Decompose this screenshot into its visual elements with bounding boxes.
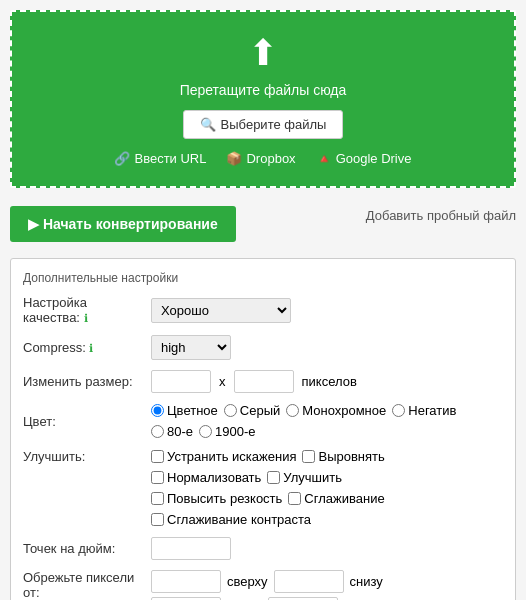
crop-row: Обрежьте пиксели от: сверху снизу слева … [23,570,503,600]
compress-label: Compress: ℹ [23,340,143,355]
resize-pixels-label: пикселов [302,374,357,389]
crop-bottom-label: снизу [350,574,383,589]
resize-row: Изменить размер: x пикселов [23,370,503,393]
add-sample-text: Добавить пробный файл [366,208,516,223]
quality-info-icon[interactable]: ℹ [84,312,88,324]
url-link[interactable]: 🔗 Ввести URL [114,151,206,166]
improve-row: Улучшить: Устранить искажения Выровнять … [23,449,503,527]
improve-align[interactable]: Выровнять [302,449,384,464]
top-toolbar: ▶ Начать конвертирование Добавить пробны… [0,198,526,250]
choose-files-button[interactable]: 🔍 Выберите файлы [183,110,344,139]
crop-top-bottom-line: сверху снизу [151,570,386,593]
google-drive-link[interactable]: 🔺 Google Drive [316,151,412,166]
color-option-mono[interactable]: Монохромное [286,403,386,418]
start-convert-button-top[interactable]: ▶ Начать конвертирование [10,206,236,242]
quality-row: Настройка качества: ℹ Хорошо Лучше Отлич… [23,295,503,325]
crop-inputs-group: сверху снизу слева справа [151,570,386,600]
search-icon: 🔍 [200,117,216,132]
crop-top-label: сверху [227,574,268,589]
upload-icon: ⬆ [32,32,494,74]
dropbox-link[interactable]: 📦 Dropbox [226,151,295,166]
quality-label: Настройка качества: ℹ [23,295,143,325]
color-option-color[interactable]: Цветное [151,403,218,418]
color-option-1900s[interactable]: 1900-е [199,424,255,439]
color-label: Цвет: [23,414,143,429]
drag-text: Перетащите файлы сюда [32,82,494,98]
resize-x-separator: x [219,374,226,389]
crop-top-input[interactable] [151,570,221,593]
color-option-negative[interactable]: Негатив [392,403,456,418]
improve-label: Улучшить: [23,449,143,464]
improve-enhance[interactable]: Улучшить [267,470,342,485]
google-drive-icon: 🔺 [316,151,332,166]
dpi-row: Точек на дюйм: [23,537,503,560]
resize-label: Изменить размер: [23,374,143,389]
improve-options-group: Устранить искажения Выровнять Нормализов… [151,449,471,527]
compress-row: Compress: ℹ high medium low [23,335,503,360]
dpi-label: Точек на дюйм: [23,541,143,556]
improve-normalize[interactable]: Нормализовать [151,470,261,485]
dropbox-icon: 📦 [226,151,242,166]
quality-select[interactable]: Хорошо Лучше Отлично [151,298,291,323]
upload-dropzone[interactable]: ⬆ Перетащите файлы сюда 🔍 Выберите файлы… [10,10,516,188]
improve-sharpen[interactable]: Повысить резкость [151,491,282,506]
additional-settings-title: Дополнительные настройки [23,271,503,285]
crop-bottom-input[interactable] [274,570,344,593]
color-options-group: Цветное Серый Монохромное Негатив 80-е 1… [151,403,503,439]
resize-height-input[interactable] [234,370,294,393]
resize-width-input[interactable] [151,370,211,393]
dpi-input[interactable] [151,537,231,560]
improve-undistort[interactable]: Устранить искажения [151,449,296,464]
color-option-80s[interactable]: 80-е [151,424,193,439]
color-row: Цвет: Цветное Серый Монохромное Негатив … [23,403,503,439]
link-icon: 🔗 [114,151,130,166]
improve-smooth-contrast[interactable]: Сглаживание контраста [151,512,311,527]
color-option-gray[interactable]: Серый [224,403,280,418]
compress-info-icon[interactable]: ℹ [89,342,93,354]
crop-label: Обрежьте пиксели от: [23,570,143,600]
compress-select[interactable]: high medium low [151,335,231,360]
improve-smooth[interactable]: Сглаживание [288,491,384,506]
additional-settings-panel: Дополнительные настройки Настройка качес… [10,258,516,600]
